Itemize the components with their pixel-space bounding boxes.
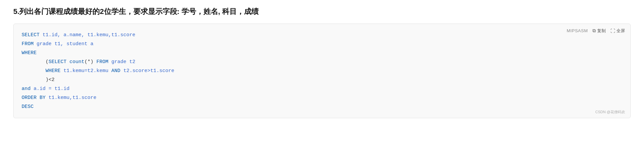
- page-title: 5.列出各门课程成绩最好的2位学生，要求显示字段: 学号，姓名, 科目，成绩: [13, 7, 631, 17]
- code-line-1: SELECT t1.id, a.name, t1.kemu,t1.score: [22, 31, 622, 40]
- lang-label: MIPSASM: [567, 28, 588, 33]
- code-block: SELECT t1.id, a.name, t1.kemu,t1.score F…: [22, 31, 622, 111]
- fullscreen-label: 全屏: [616, 28, 625, 34]
- code-container: MIPSASM ⧉ 复制 ⛶ 全屏 SELECT t1.id, a.name, …: [13, 24, 631, 118]
- copy-icon: ⧉: [592, 28, 596, 34]
- code-line-7: and a.id = t1.id: [22, 84, 622, 93]
- code-line-5: WHERE t1.kemu=t2.kemu AND t2.score>t1.sc…: [22, 66, 622, 75]
- code-line-9: DESC: [22, 102, 622, 111]
- copy-label: 复制: [597, 28, 606, 34]
- code-line-4: (SELECT count(*) FROM grade t2: [22, 57, 622, 66]
- footer-credit: CSDN @花僧码农: [595, 110, 625, 115]
- code-line-6: )<2: [22, 75, 622, 84]
- fullscreen-button[interactable]: ⛶ 全屏: [610, 28, 625, 34]
- copy-button[interactable]: ⧉ 复制: [592, 28, 606, 34]
- code-line-3: WHERE: [22, 48, 622, 57]
- code-line-8: ORDER BY t1.kemu,t1.score: [22, 93, 622, 102]
- code-toolbar: MIPSASM ⧉ 复制 ⛶ 全屏: [567, 28, 625, 34]
- code-line-2: FROM grade t1, student a: [22, 40, 622, 48]
- fullscreen-icon: ⛶: [610, 28, 615, 34]
